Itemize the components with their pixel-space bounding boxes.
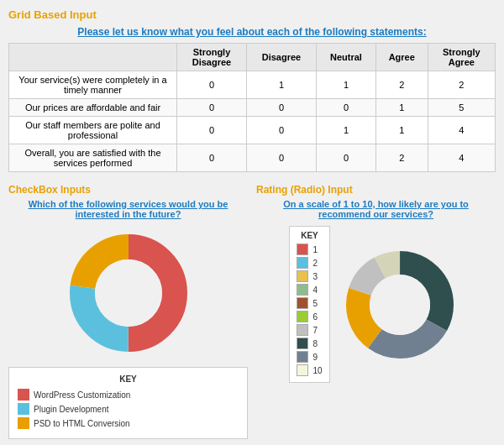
key-item: 2 bbox=[297, 257, 322, 269]
key-item: 10 bbox=[297, 364, 322, 376]
svg-point-3 bbox=[95, 259, 162, 327]
row-label: Overall, you are satisfied with the serv… bbox=[9, 144, 177, 172]
key-color-swatch bbox=[297, 324, 308, 336]
checkbox-key: KEY WordPress CustomizationPlugin Develo… bbox=[8, 367, 248, 439]
row-value: 2 bbox=[375, 144, 428, 172]
key-item: 5 bbox=[297, 297, 322, 309]
row-value: 1 bbox=[246, 71, 316, 99]
key-label: 4 bbox=[312, 285, 318, 295]
key-label: 6 bbox=[312, 312, 318, 322]
row-value: 0 bbox=[246, 117, 316, 144]
key-item: 4 bbox=[297, 284, 322, 296]
col-header-empty bbox=[9, 44, 177, 71]
key-color-swatch bbox=[297, 284, 308, 296]
row-label: Our prices are affordable and fair bbox=[9, 99, 177, 117]
row-value: 2 bbox=[428, 71, 495, 99]
key-item: 7 bbox=[297, 324, 322, 336]
checkbox-key-title: KEY bbox=[18, 374, 239, 384]
bottom-row: CheckBox Inputs Which of the following s… bbox=[8, 184, 496, 439]
key-label: 10 bbox=[312, 366, 322, 375]
checkbox-subtitle: Which of the following services would yo… bbox=[8, 199, 248, 219]
rating-chart-area: KEY 12345678910 bbox=[256, 226, 496, 383]
key-label: Plugin Development bbox=[34, 405, 109, 414]
key-label: WordPress Customization bbox=[34, 390, 130, 400]
row-value: 2 bbox=[375, 71, 428, 99]
key-color-swatch bbox=[18, 403, 29, 415]
key-color-swatch bbox=[297, 270, 308, 282]
key-item: PSD to HTML Conversion bbox=[18, 417, 239, 429]
key-color-swatch bbox=[297, 311, 308, 322]
key-color-swatch bbox=[297, 243, 308, 255]
key-color-swatch bbox=[18, 417, 29, 429]
col-header-strongly-disagree: StronglyDisagree bbox=[177, 44, 247, 71]
key-label: 5 bbox=[312, 299, 318, 308]
key-label: 9 bbox=[312, 353, 318, 362]
key-color-swatch bbox=[297, 364, 308, 376]
checkbox-donut bbox=[61, 226, 196, 360]
row-label: Our staff members are polite and profess… bbox=[9, 117, 177, 144]
rating-subtitle: On a scale of 1 to 10, how likely are yo… bbox=[256, 199, 496, 219]
table-row: Your service(s) were completely in a tim… bbox=[9, 71, 496, 99]
key-color-swatch bbox=[297, 338, 308, 349]
table-row: Our staff members are polite and profess… bbox=[9, 117, 496, 144]
rating-section: Rating (Radio) Input On a scale of 1 to … bbox=[256, 184, 496, 439]
svg-point-9 bbox=[370, 275, 430, 335]
rating-donut bbox=[337, 242, 463, 368]
col-header-strongly-agree: StronglyAgree bbox=[428, 44, 495, 71]
checkbox-section: CheckBox Inputs Which of the following s… bbox=[8, 184, 248, 439]
row-value: 0 bbox=[177, 117, 247, 144]
row-value: 1 bbox=[316, 71, 375, 99]
grid-table: StronglyDisagree Disagree Neutral Agree … bbox=[8, 43, 496, 172]
row-value: 1 bbox=[375, 99, 428, 117]
key-label: 3 bbox=[312, 272, 318, 281]
key-label: 7 bbox=[312, 326, 318, 335]
page-container: Grid Based Input Please let us know what… bbox=[8, 8, 496, 439]
col-header-disagree: Disagree bbox=[246, 44, 316, 71]
grid-section: Grid Based Input Please let us know what… bbox=[8, 8, 496, 172]
row-value: 0 bbox=[177, 71, 247, 99]
key-color-swatch bbox=[297, 351, 308, 363]
grid-section-title: Grid Based Input bbox=[8, 8, 496, 21]
key-item: 3 bbox=[297, 270, 322, 282]
key-label: PSD to HTML Conversion bbox=[34, 419, 130, 428]
checkbox-title: CheckBox Inputs bbox=[8, 184, 248, 196]
key-item: WordPress Customization bbox=[18, 389, 239, 400]
rating-title: Rating (Radio) Input bbox=[256, 184, 496, 196]
row-value: 1 bbox=[375, 117, 428, 144]
col-header-agree: Agree bbox=[375, 44, 428, 71]
table-row: Overall, you are satisfied with the serv… bbox=[9, 144, 496, 172]
key-item: Plugin Development bbox=[18, 403, 239, 415]
row-value: 0 bbox=[246, 144, 316, 172]
key-color-swatch bbox=[297, 257, 308, 269]
key-item: 8 bbox=[297, 338, 322, 349]
row-label: Your service(s) were completely in a tim… bbox=[9, 71, 177, 99]
key-label: 8 bbox=[312, 339, 318, 348]
key-label: 2 bbox=[312, 259, 318, 268]
row-value: 0 bbox=[316, 144, 375, 172]
table-row: Our prices are affordable and fair00015 bbox=[9, 99, 496, 117]
row-value: 5 bbox=[428, 99, 495, 117]
grid-section-subtitle: Please let us know what you feel about e… bbox=[8, 26, 496, 38]
row-value: 0 bbox=[316, 99, 375, 117]
row-value: 4 bbox=[428, 117, 495, 144]
row-value: 0 bbox=[177, 144, 247, 172]
row-value: 4 bbox=[428, 144, 495, 172]
row-value: 1 bbox=[316, 117, 375, 144]
checkbox-chart-area bbox=[8, 226, 248, 360]
key-item: 6 bbox=[297, 311, 322, 322]
rating-key: KEY 12345678910 bbox=[289, 226, 329, 383]
col-header-neutral: Neutral bbox=[316, 44, 375, 71]
rating-key-title: KEY bbox=[297, 231, 322, 240]
row-value: 0 bbox=[246, 99, 316, 117]
key-label: 1 bbox=[312, 245, 318, 254]
key-color-swatch bbox=[18, 389, 29, 400]
row-value: 0 bbox=[177, 99, 247, 117]
key-item: 1 bbox=[297, 243, 322, 255]
key-color-swatch bbox=[297, 297, 308, 309]
key-item: 9 bbox=[297, 351, 322, 363]
